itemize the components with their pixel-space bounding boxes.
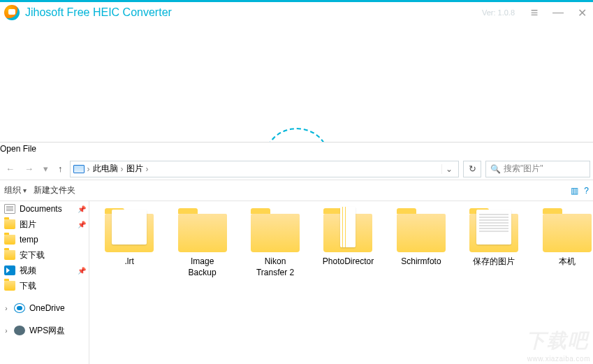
search-placeholder: 搜索"图片" bbox=[504, 163, 543, 175]
folder-item[interactable]: PhotoDirector bbox=[322, 208, 374, 278]
folder-icon bbox=[469, 214, 518, 252]
sidebar-item-label: Documents bbox=[20, 204, 62, 214]
nav-up-icon[interactable]: ↑ bbox=[55, 163, 66, 174]
sidebar-item-downloads[interactable]: 下载 bbox=[0, 278, 89, 293]
app-logo-icon bbox=[4, 5, 20, 20]
sidebar-group-wps[interactable]: › WPS网盘 bbox=[0, 323, 89, 338]
folder-item[interactable]: Nikon Transfer 2 bbox=[249, 208, 301, 278]
folder-icon bbox=[397, 214, 446, 252]
video-icon bbox=[4, 265, 15, 275]
nav-recent-icon[interactable]: ▾ bbox=[41, 163, 51, 174]
folder-label: Image Backup bbox=[176, 256, 228, 278]
folder-label: .lrt bbox=[103, 256, 155, 268]
sidebar-item-label: temp bbox=[20, 235, 38, 245]
folder-icon bbox=[105, 214, 154, 252]
sidebar: Documents 📌 图片 📌 temp 安下载 视频 📌 bbox=[0, 201, 89, 364]
dialog-title: Open File bbox=[0, 143, 593, 158]
hamburger-menu-icon[interactable]: ≡ bbox=[527, 6, 541, 20]
folder-item[interactable]: Schirmfoto bbox=[395, 208, 447, 278]
crumb-sep-icon: › bbox=[87, 164, 90, 174]
expand-icon[interactable]: › bbox=[3, 327, 10, 335]
expand-icon[interactable]: › bbox=[3, 305, 10, 312]
refresh-button[interactable]: ↻ bbox=[463, 161, 481, 177]
sidebar-item-documents[interactable]: Documents 📌 bbox=[0, 201, 89, 217]
sidebar-item-anxiazai[interactable]: 安下载 bbox=[0, 247, 89, 263]
folder-icon bbox=[251, 214, 300, 252]
app-drop-area[interactable] bbox=[0, 23, 593, 142]
open-file-dialog: Open File ← → ▾ ↑ › 此电脑 › 图片 › ⌄ ↻ 🔍 搜索"… bbox=[0, 142, 593, 364]
sidebar-item-label: 图片 bbox=[20, 219, 36, 231]
pin-icon: 📌 bbox=[78, 267, 86, 275]
folder-icon bbox=[4, 281, 15, 291]
app-version: Ver: 1.0.8 bbox=[482, 8, 515, 17]
document-icon bbox=[4, 204, 15, 214]
this-pc-icon bbox=[73, 165, 85, 173]
folder-icon bbox=[4, 219, 15, 229]
sidebar-item-pictures[interactable]: 图片 📌 bbox=[0, 217, 89, 232]
app-titlebar: Jihosoft Free HEIC Converter Ver: 1.0.8 … bbox=[0, 2, 593, 23]
address-bar[interactable]: › 此电脑 › 图片 › ⌄ bbox=[70, 161, 460, 177]
folder-icon bbox=[323, 214, 372, 252]
folder-item[interactable]: Image Backup bbox=[176, 208, 228, 278]
pin-icon: 📌 bbox=[78, 221, 86, 228]
sidebar-item-label: 视频 bbox=[20, 265, 36, 277]
crumb-sep-icon: › bbox=[146, 164, 149, 174]
crumb-sep-icon: › bbox=[121, 164, 124, 174]
view-mode-icon[interactable]: ▥ bbox=[571, 186, 578, 196]
refresh-icon: ↻ bbox=[469, 163, 476, 174]
nav-forward-icon[interactable]: → bbox=[22, 163, 36, 174]
folder-item[interactable]: 本机 bbox=[541, 208, 593, 278]
new-folder-button[interactable]: 新建文件夹 bbox=[34, 184, 75, 196]
dialog-toolbar: 组织 新建文件夹 ▥ ? bbox=[0, 180, 593, 201]
minimize-button[interactable]: — bbox=[551, 6, 565, 19]
folder-label: 保存的图片 bbox=[468, 256, 520, 268]
pin-icon: 📌 bbox=[78, 205, 86, 213]
sidebar-item-label: 下载 bbox=[20, 280, 36, 292]
folder-icon bbox=[543, 214, 592, 252]
sidebar-group-onedrive[interactable]: › OneDrive bbox=[0, 300, 89, 316]
cloud-icon bbox=[14, 303, 25, 313]
organize-button[interactable]: 组织 bbox=[4, 184, 27, 196]
search-icon: 🔍 bbox=[490, 164, 501, 174]
folder-label: 本机 bbox=[541, 256, 593, 268]
sidebar-group-label: OneDrive bbox=[29, 303, 65, 313]
app-title: Jihosoft Free HEIC Converter bbox=[25, 6, 172, 19]
folder-label: Schirmfoto bbox=[395, 256, 447, 268]
breadcrumb-sub[interactable]: 图片 bbox=[126, 163, 143, 175]
file-grid[interactable]: .lrtImage BackupNikon Transfer 2PhotoDir… bbox=[89, 201, 593, 364]
folder-label: PhotoDirector bbox=[322, 256, 374, 268]
sidebar-item-videos[interactable]: 视频 📌 bbox=[0, 263, 89, 278]
search-input[interactable]: 🔍 搜索"图片" bbox=[485, 161, 590, 177]
sidebar-item-temp[interactable]: temp bbox=[0, 232, 89, 247]
address-dropdown-icon[interactable]: ⌄ bbox=[441, 164, 455, 174]
disk-icon bbox=[14, 326, 25, 335]
dialog-nav-bar: ← → ▾ ↑ › 此电脑 › 图片 › ⌄ ↻ 🔍 搜索"图片" bbox=[0, 158, 593, 180]
folder-icon bbox=[4, 235, 15, 245]
help-icon[interactable]: ? bbox=[584, 186, 589, 196]
folder-icon bbox=[178, 214, 227, 252]
folder-item[interactable]: .lrt bbox=[103, 208, 155, 278]
folder-label: Nikon Transfer 2 bbox=[249, 256, 301, 278]
close-button[interactable]: ✕ bbox=[575, 6, 589, 20]
sidebar-item-label: 安下载 bbox=[20, 249, 45, 261]
folder-icon bbox=[4, 250, 15, 260]
sidebar-group-label: WPS网盘 bbox=[29, 325, 65, 337]
breadcrumb-root[interactable]: 此电脑 bbox=[93, 163, 118, 175]
nav-back-icon[interactable]: ← bbox=[3, 163, 17, 174]
folder-item[interactable]: 保存的图片 bbox=[468, 208, 520, 278]
